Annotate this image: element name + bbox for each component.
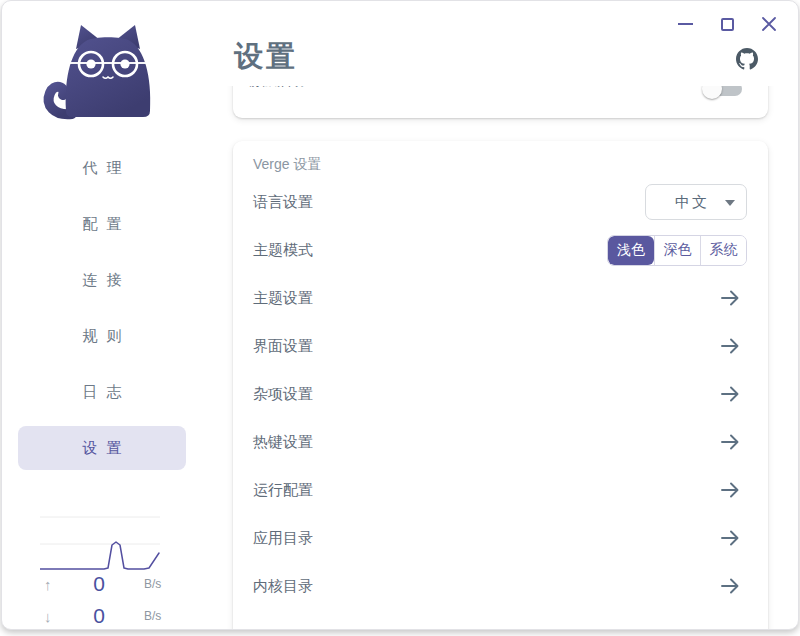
arrow-right-icon	[719, 431, 741, 453]
clipped-row-label: 静默启动	[249, 86, 305, 89]
github-icon	[736, 48, 758, 70]
sidebar-nav: 代理 配置 连接 规则 日志 设置	[2, 146, 202, 482]
interface-settings-link[interactable]: 界面设置	[233, 322, 768, 370]
sidebar-item-label: 日志	[83, 383, 131, 402]
arrow-right-icon	[719, 479, 741, 501]
language-setting-row: 语言设置 中文	[233, 178, 768, 226]
theme-mode-group: 浅色 深色 系统	[607, 235, 747, 266]
link-label: 主题设置	[253, 289, 313, 308]
section-title: Verge 设置	[233, 141, 768, 178]
settings-scroll-region[interactable]: 静默启动 Verge 设置 语言设置 中文 主题模式	[202, 86, 798, 629]
download-stat: ↓ 0 B/s	[2, 604, 202, 628]
download-unit: B/s	[128, 609, 172, 623]
theme-light-button[interactable]: 浅色	[608, 236, 654, 265]
sidebar-item-rules[interactable]: 规则	[18, 314, 186, 358]
sidebar-item-label: 规则	[83, 327, 131, 346]
link-label: 应用目录	[253, 529, 313, 548]
sidebar-item-label: 配置	[83, 215, 131, 234]
maximize-button[interactable]	[713, 11, 741, 37]
misc-settings-link[interactable]: 杂项设置	[233, 370, 768, 418]
theme-mode-label: 主题模式	[253, 241, 313, 260]
minimize-icon	[678, 23, 693, 25]
traffic-graph	[40, 507, 160, 573]
hotkey-settings-link[interactable]: 热键设置	[233, 418, 768, 466]
traffic-line	[40, 542, 159, 569]
verge-settings-card: Verge 设置 语言设置 中文 主题模式 浅色 深色 系统	[233, 141, 768, 629]
language-select[interactable]: 中文	[645, 184, 747, 220]
arrow-right-icon	[719, 575, 741, 597]
upload-value: 0	[70, 572, 128, 596]
sidebar: 代理 配置 连接 规则 日志 设置 ↑ 0 B/s ↓ 0 B/s	[2, 1, 202, 629]
arrow-down-icon: ↓	[44, 608, 70, 625]
download-value: 0	[70, 604, 128, 628]
main-panel: 设置 静默启动 Verge 设置 语言设置 中文	[202, 1, 798, 629]
arrow-up-icon: ↑	[44, 576, 70, 593]
sidebar-item-label: 连接	[83, 271, 131, 290]
theme-mode-row: 主题模式 浅色 深色 系统	[233, 226, 768, 274]
link-label: 运行配置	[253, 481, 313, 500]
silent-start-toggle[interactable]	[706, 86, 742, 96]
link-label: 杂项设置	[253, 385, 313, 404]
arrow-right-icon	[719, 287, 741, 309]
core-dir-link[interactable]: 内核目录	[233, 562, 768, 610]
close-button[interactable]	[755, 11, 783, 37]
close-icon	[761, 16, 777, 32]
minimize-button[interactable]	[671, 11, 699, 37]
chevron-down-icon	[725, 200, 735, 206]
link-label: 界面设置	[253, 337, 313, 356]
runtime-config-link[interactable]: 运行配置	[233, 466, 768, 514]
maximize-icon	[721, 18, 734, 31]
traffic-stats: ↑ 0 B/s ↓ 0 B/s	[2, 572, 202, 628]
sidebar-item-logs[interactable]: 日志	[18, 370, 186, 414]
sidebar-item-connections[interactable]: 连接	[18, 258, 186, 302]
upload-unit: B/s	[128, 577, 172, 591]
theme-settings-link[interactable]: 主题设置	[233, 274, 768, 322]
link-label: 内核目录	[253, 577, 313, 596]
sidebar-item-label: 代理	[83, 159, 131, 178]
arrow-right-icon	[719, 383, 741, 405]
app-dir-link[interactable]: 应用目录	[233, 514, 768, 562]
sidebar-item-settings[interactable]: 设置	[18, 426, 186, 470]
app-window: 代理 配置 连接 规则 日志 设置 ↑ 0 B/s ↓ 0 B/s	[1, 0, 799, 630]
theme-system-button[interactable]: 系统	[700, 236, 746, 265]
page-title: 设置	[234, 37, 798, 75]
window-controls	[671, 11, 783, 37]
sidebar-item-proxy[interactable]: 代理	[18, 146, 186, 190]
link-label: 热键设置	[253, 433, 313, 452]
system-settings-card-clipped: 静默启动	[233, 86, 768, 118]
language-value: 中文	[646, 193, 709, 212]
sidebar-item-profiles[interactable]: 配置	[18, 202, 186, 246]
theme-dark-button[interactable]: 深色	[654, 236, 700, 265]
toggle-thumb	[702, 86, 722, 99]
github-button[interactable]	[736, 48, 758, 70]
upload-stat: ↑ 0 B/s	[2, 572, 202, 596]
arrow-right-icon	[719, 335, 741, 357]
sidebar-item-label: 设置	[83, 439, 131, 458]
language-label: 语言设置	[253, 193, 313, 212]
arrow-right-icon	[719, 527, 741, 549]
cat-logo	[30, 11, 174, 129]
